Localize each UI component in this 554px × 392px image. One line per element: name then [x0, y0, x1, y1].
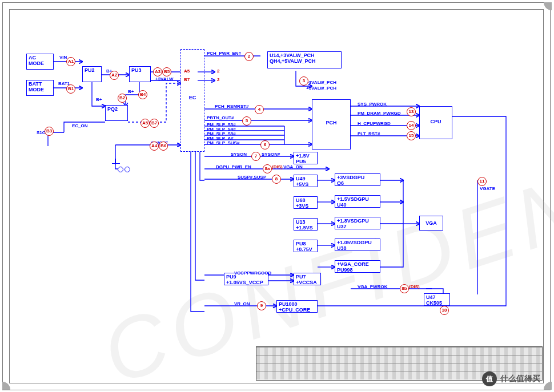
sig-dis1: (DIS): [272, 164, 283, 169]
bubble-b7: B7: [150, 119, 159, 128]
sig-3valw: +3VALW: [155, 76, 174, 82]
sig-a5r: 2: [217, 68, 219, 74]
block-cpu: CPU: [419, 106, 452, 139]
sig-vgaon: VGA_ON: [283, 164, 303, 169]
sig-ec-on: EC_ON: [72, 123, 88, 128]
block-u49: U49+5VS: [294, 175, 318, 187]
bubble-8b: 8b: [400, 284, 409, 293]
sig-bplus2: B+: [128, 89, 134, 94]
sig-b7r: 2: [217, 77, 219, 82]
sig-syson1: SYSON: [231, 152, 247, 157]
block-u38: +1.05VSDGPUU38: [335, 239, 380, 251]
block-batt-mode: BATTMODE: [26, 80, 54, 96]
bubble-4: 4: [255, 105, 264, 114]
bubble-b4: B4: [138, 90, 147, 99]
block-u37: +1.8VSDGPUU37: [335, 217, 380, 229]
sig-a5: A5: [184, 68, 190, 74]
bubble-8: 8: [272, 175, 281, 184]
test-pad-2: [125, 167, 130, 172]
block-ec: EC: [180, 49, 204, 152]
bubble-5: 5: [242, 116, 251, 126]
bubble-a1: A1: [66, 57, 75, 66]
block-u68: U68+3VS: [294, 196, 318, 209]
bubble-6: 6: [260, 140, 270, 149]
bubble-7: 7: [251, 152, 260, 161]
sig-b7: B7: [184, 77, 190, 82]
footer-text: 什么值得买: [500, 374, 540, 384]
bubble-15: 15: [407, 131, 416, 140]
sig-vron: VR_ON: [234, 301, 250, 306]
sig-pchpwren: PCH_PWR_EN#: [207, 51, 241, 56]
block-u40: +1.5VSDGPUU40: [335, 195, 380, 208]
block-pu2: PU2: [82, 66, 102, 82]
bubble-b6: B6: [159, 142, 168, 151]
sig-3valwpch: +3VALW_PCH: [306, 80, 336, 85]
bubble-10: 10: [440, 306, 449, 315]
sig-vccpg: VCCPPWRGOOD: [234, 270, 271, 276]
block-u47: U47CK505: [424, 293, 450, 306]
bubble-a2: A2: [110, 71, 119, 80]
sig-slpsus: PM_SLP_SUS#: [207, 140, 239, 146]
block-q6: +3VSDGPUQ6: [335, 173, 380, 186]
sig-dgpu: DGPU_PWR_EN: [216, 164, 251, 169]
sig-vgapwrok: VGA_PWROK: [358, 284, 387, 289]
block-pu3: PU3: [129, 66, 151, 82]
sig-pltrst: PLT_RST#: [358, 131, 380, 136]
sig-pmdram: PM_DRAM_PWRGD: [358, 111, 401, 116]
schematic-drawing: CONFIDENTIAL ACMODE BATTMODE PU2 PU3 PQ2…: [9, 9, 543, 382]
bubble-8a: 8a: [263, 164, 272, 173]
sig-pbtn: PBTN_OUT#: [207, 115, 234, 120]
bubble-a3: A3: [153, 67, 162, 76]
bubble-a4: A4: [150, 142, 159, 151]
bubble-3: 3: [299, 76, 308, 86]
block-u13: U13+1.5VS: [294, 218, 318, 231]
block-pu998: +VGA_COREPU998: [335, 260, 380, 273]
ground-icon: [110, 159, 122, 167]
bubble-2: 2: [244, 52, 254, 61]
bubble-b2: B2: [118, 94, 127, 103]
bubble-b1: B1: [66, 84, 75, 94]
sig-vin: VIN: [59, 55, 67, 60]
block-u14: U14,+3VALW_PCHQH4,+5VALW_PCH: [267, 51, 342, 68]
block-pu7: PU7+VCCSA: [294, 273, 321, 285]
block-pu5: +1.5VPU5: [294, 152, 318, 164]
sig-bplus3: B+: [96, 97, 102, 102]
bubble-13: 13: [407, 107, 416, 116]
bubble-b3: B3: [45, 127, 54, 136]
sig-5valwpch: +5VALW_PCH: [306, 86, 336, 91]
sig-pchrsmrst: PCH_RSMRST#: [215, 104, 249, 109]
footer-badge-icon: 值: [482, 371, 497, 386]
sig-hcpupwrgd: H_CPUPWRGD: [358, 121, 391, 126]
block-pu1000: PU1000+CPU_CORE: [276, 300, 318, 313]
bubble-a5: A5: [140, 119, 150, 128]
block-pch: PCH: [312, 99, 351, 149]
footer-logo: 值 什么值得买: [482, 371, 540, 386]
bubble-9: 9: [257, 301, 266, 310]
bubble-11: 11: [477, 177, 487, 186]
bubble-b5: B5: [162, 67, 171, 76]
sig-syspwrok: SYS_PWROK: [358, 102, 387, 107]
block-pq2: PQ2: [105, 105, 128, 121]
sig-susp: SUSP#,SUSP: [238, 175, 266, 180]
block-ac-mode: ACMODE: [26, 54, 54, 70]
sig-vgate: VGATE: [480, 186, 495, 191]
bubble-14: 14: [407, 121, 416, 130]
test-pad-1: [118, 167, 123, 172]
sig-dis2: (DIS): [409, 284, 420, 289]
block-vga: VGA: [419, 216, 443, 231]
block-pu8: PU8+0.75V: [294, 240, 318, 252]
sig-syson2: SYSON#: [262, 152, 280, 157]
